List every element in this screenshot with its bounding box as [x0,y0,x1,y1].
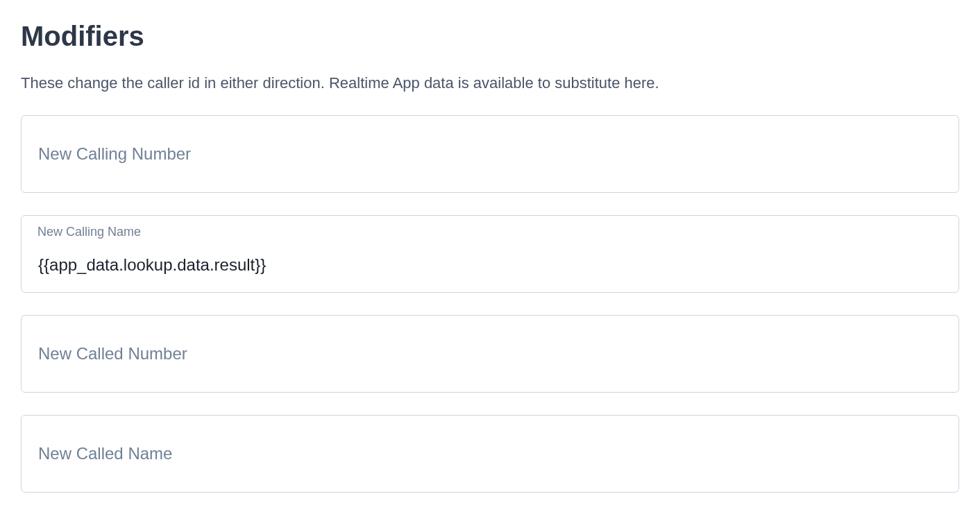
new-calling-number-input[interactable] [21,115,959,193]
new-calling-name-input[interactable] [21,215,959,293]
field-new-calling-number [21,115,959,193]
page-title: Modifiers [21,21,959,52]
new-called-number-input[interactable] [21,315,959,393]
field-new-calling-name: New Calling Name [21,215,959,293]
field-new-called-number [21,315,959,393]
page-description: These change the caller id in either dir… [21,71,959,94]
field-new-called-name [21,415,959,493]
new-called-name-input[interactable] [21,415,959,493]
